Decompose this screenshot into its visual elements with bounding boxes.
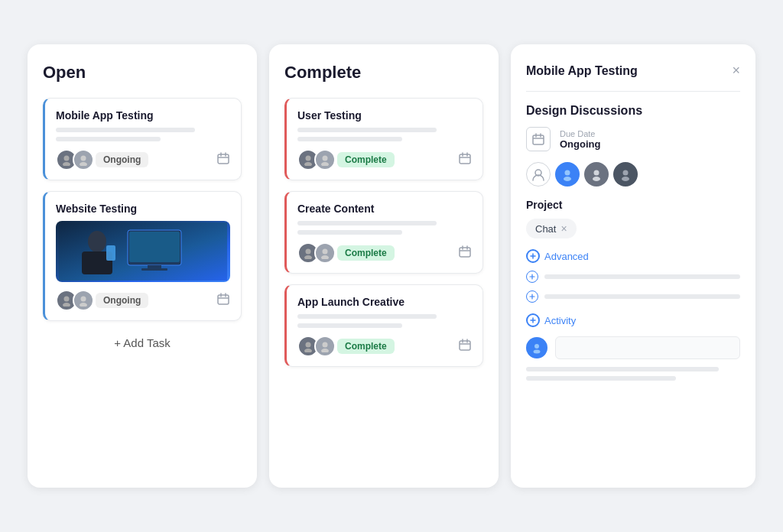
status-badge-complete: Complete xyxy=(337,339,395,354)
svg-point-0 xyxy=(64,156,70,161)
activity-section: Activity xyxy=(526,313,740,381)
svg-point-17 xyxy=(64,297,70,302)
advanced-label: Advanced xyxy=(544,251,589,262)
project-tag-remove[interactable]: × xyxy=(560,222,567,235)
activity-input[interactable] xyxy=(555,336,740,359)
svg-point-57 xyxy=(593,177,600,181)
svg-point-26 xyxy=(304,162,312,166)
svg-rect-11 xyxy=(129,232,180,262)
task-card-app-launch[interactable]: App Launch Creative Complete xyxy=(284,284,483,367)
svg-point-25 xyxy=(306,156,311,161)
activity-line xyxy=(526,367,719,371)
status-badge-ongoing: Ongoing xyxy=(96,293,148,308)
advanced-toggle[interactable]: Advanced xyxy=(526,249,740,263)
svg-point-27 xyxy=(323,156,328,161)
svg-rect-21 xyxy=(218,295,229,304)
task-line xyxy=(297,230,402,235)
svg-point-19 xyxy=(81,297,86,302)
status-badge-complete: Complete xyxy=(337,152,395,167)
svg-point-34 xyxy=(304,255,312,259)
due-date-icon xyxy=(526,127,551,151)
svg-rect-45 xyxy=(460,341,470,350)
task-title: User Testing xyxy=(297,109,472,122)
task-avatars xyxy=(297,242,331,264)
svg-rect-37 xyxy=(460,248,470,257)
avatar xyxy=(73,149,94,170)
member-avatar-1 xyxy=(555,162,580,187)
task-line xyxy=(297,323,402,328)
task-title: App Launch Creative xyxy=(297,296,472,308)
svg-point-61 xyxy=(534,350,541,354)
advanced-items xyxy=(526,271,740,303)
task-card-website[interactable]: Website Testing xyxy=(43,191,242,321)
svg-point-56 xyxy=(594,170,599,176)
task-footer: Ongoing xyxy=(56,149,230,170)
calendar-icon xyxy=(458,245,472,261)
calendar-icon xyxy=(458,151,472,168)
advanced-line xyxy=(544,274,740,279)
due-date-text: Due Date Ongoing xyxy=(560,129,600,150)
svg-point-58 xyxy=(623,170,629,176)
advanced-circle-icon xyxy=(526,249,540,263)
task-card-user-testing[interactable]: User Testing Complete xyxy=(284,98,483,180)
activity-lines xyxy=(526,367,740,381)
task-line xyxy=(297,128,437,132)
activity-user-avatar xyxy=(526,337,547,358)
task-footer-left: Complete xyxy=(297,336,395,357)
project-label: Project xyxy=(526,199,740,211)
due-date-value: Ongoing xyxy=(560,138,600,150)
column-complete: Complete User Testing Complete xyxy=(269,44,499,488)
task-footer: Complete xyxy=(297,336,472,357)
svg-point-20 xyxy=(80,303,87,307)
svg-point-44 xyxy=(321,349,329,352)
advanced-item-2 xyxy=(526,290,740,303)
project-tag[interactable]: Chat × xyxy=(526,219,577,238)
task-footer-left: Complete xyxy=(297,242,395,264)
task-title: Website Testing xyxy=(56,203,230,215)
task-line xyxy=(56,128,195,132)
svg-point-36 xyxy=(321,255,329,259)
column-complete-title: Complete xyxy=(284,63,483,83)
svg-point-3 xyxy=(80,162,87,166)
activity-toggle[interactable]: Activity xyxy=(526,313,740,327)
svg-point-14 xyxy=(88,231,106,252)
detail-header-title: Mobile App Testing xyxy=(526,64,638,78)
svg-point-54 xyxy=(565,170,570,176)
task-title: Mobile App Testing xyxy=(56,109,230,122)
svg-point-42 xyxy=(304,349,312,352)
member-avatar-placeholder xyxy=(526,162,551,187)
task-footer: Complete xyxy=(297,242,472,264)
avatar xyxy=(314,149,336,170)
svg-point-33 xyxy=(306,249,311,255)
advanced-item-icon xyxy=(526,271,538,283)
task-card-mobile-app[interactable]: Mobile App Testing Ongoing xyxy=(43,98,242,180)
due-date-row: Due Date Ongoing xyxy=(526,127,740,151)
advanced-line xyxy=(544,294,740,299)
svg-point-28 xyxy=(321,162,329,166)
task-footer-left: Ongoing xyxy=(56,149,148,170)
svg-point-43 xyxy=(323,342,328,348)
kanban-board: Open Mobile App Testing Ongoing xyxy=(12,29,771,503)
task-footer-left: Complete xyxy=(297,149,395,170)
avatar xyxy=(73,290,94,311)
calendar-icon xyxy=(216,292,230,309)
svg-point-41 xyxy=(306,342,311,348)
avatar xyxy=(314,336,336,357)
status-badge-ongoing: Ongoing xyxy=(96,152,148,167)
column-open: Open Mobile App Testing Ongoing xyxy=(28,44,257,488)
task-card-create-content[interactable]: Create Content Complete xyxy=(284,191,483,274)
svg-rect-13 xyxy=(141,268,167,271)
task-footer: Ongoing xyxy=(56,290,230,311)
task-image xyxy=(56,221,230,282)
add-task-button[interactable]: + Add Task xyxy=(43,336,242,349)
activity-line xyxy=(526,376,676,381)
task-line xyxy=(297,137,402,141)
task-avatars xyxy=(297,149,331,170)
close-button[interactable]: × xyxy=(732,63,740,79)
task-avatars xyxy=(56,149,89,170)
svg-point-35 xyxy=(323,249,328,255)
calendar-icon xyxy=(216,151,230,168)
task-line xyxy=(297,314,437,319)
task-line xyxy=(56,137,161,141)
status-badge-complete: Complete xyxy=(337,245,395,261)
